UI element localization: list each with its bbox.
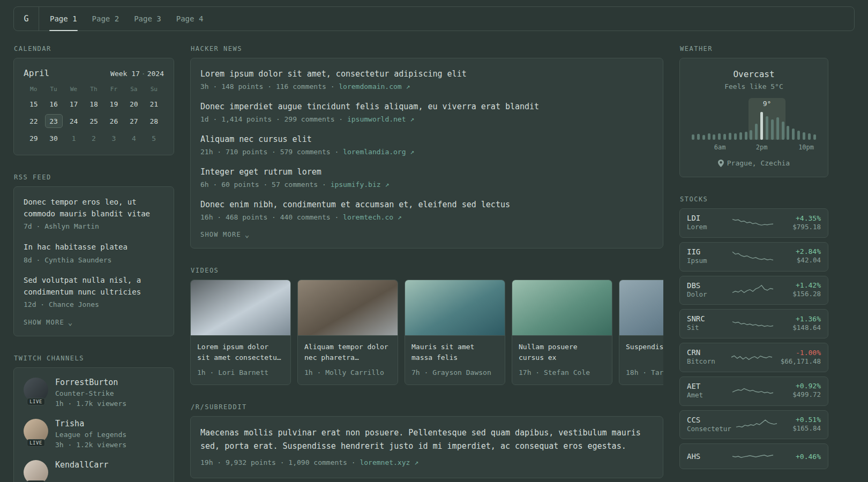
stock-change: +4.35% [782, 214, 821, 222]
hn-item-domain-link[interactable]: loremdomain.com ↗ [339, 82, 410, 91]
hn-item-domain-link[interactable]: loremtech.co ↗ [343, 213, 402, 221]
stock-sparkline [732, 317, 774, 332]
video-body: Nullam posuere cursus ex 17h · Stefan Co… [512, 336, 612, 385]
stock-left: DBS Dolor [687, 281, 723, 300]
page-tab[interactable]: Page 1 [42, 7, 85, 31]
channel-name: KendallCarr [55, 460, 108, 470]
stock-sparkline [732, 249, 774, 264]
stock-right: +4.35% $795.18 [782, 214, 821, 232]
weather-time-label: 6am [714, 144, 726, 151]
rss-item: In hac habitasse platea 8d · Cynthia Sau… [24, 242, 164, 265]
stock-sparkline [732, 283, 774, 298]
calendar-days: 1516171819202122232425262728293012345 [24, 97, 164, 145]
video-card[interactable]: Lorem ipsum dolor sit amet consectetu… 1… [190, 280, 291, 385]
hn-item-meta: 21h · 710 points · 579 comments · loreml… [200, 147, 653, 157]
hn-item-title[interactable]: Lorem ipsum dolor sit amet, consectetur … [200, 68, 653, 80]
video-card[interactable]: Suspendisse diam 18h · Tara [619, 280, 663, 385]
hn-item-title[interactable]: Donec enim nibh, condimentum et accumsan… [200, 199, 653, 211]
stock-price: $66,171.48 [781, 357, 821, 367]
page-tab[interactable]: Page 3 [126, 7, 169, 31]
stock-row[interactable]: SNRC Sit +1.36% $148.64 [679, 309, 828, 338]
app-logo[interactable]: G [14, 7, 39, 31]
weather-bar [797, 131, 800, 140]
stock-row[interactable]: AHS +0.46% [679, 443, 828, 469]
hn-item-domain-link[interactable]: ipsumify.biz ↗ [331, 180, 390, 189]
twitch-channel[interactable]: LIVE Trisha League of Legends 3h · 1.2k … [24, 419, 164, 450]
video-thumbnail [405, 280, 505, 336]
weather-bar [760, 112, 763, 140]
hn-item-meta-text: 6h · 60 points · 57 comments · [200, 180, 331, 189]
twitch-channel[interactable]: LIVE KendallCarr [24, 460, 164, 482]
stock-ticker: DBS [687, 281, 723, 290]
hn-item-title[interactable]: Donec imperdiet augue tincidunt felis al… [200, 101, 653, 113]
weather-location: Prague, Czechia [689, 159, 819, 167]
calendar-day: 23 [45, 114, 63, 128]
calendar-day-header: Tu [43, 86, 63, 93]
avatar [24, 460, 48, 482]
calendar-day: 28 [145, 114, 163, 128]
live-badge: LIVE [27, 439, 45, 447]
stock-price: $156.28 [782, 289, 821, 299]
avatar-wrap: LIVE [24, 460, 48, 482]
rss-item-title[interactable]: Donec tempor eros leo, ut commodo mauris… [24, 197, 164, 220]
stock-row[interactable]: DBS Dolor +1.42% $156.28 [679, 276, 828, 305]
twitch-channel[interactable]: LIVE ForrestBurton Counter-Strike 1h · 1… [24, 378, 164, 409]
rss-show-more-button[interactable]: SHOW MORE⌄ [24, 319, 164, 326]
weather-time-label: 2pm [756, 144, 768, 151]
weather-bar [745, 132, 747, 140]
stock-name: Lorem [687, 222, 723, 232]
stock-left: LDI Lorem [687, 214, 723, 232]
calendar-day-header: Sa [124, 86, 144, 93]
reddit-post-domain-link[interactable]: loremnet.xyz ↗ [360, 458, 418, 466]
hn-item-title[interactable]: Aliquam nec cursus elit [200, 133, 653, 146]
video-thumbnail [512, 280, 612, 336]
video-body: Aliquam tempor dolor nec pharetra… 1h · … [298, 336, 398, 385]
stock-sparkline [732, 449, 774, 464]
rss-item-title[interactable]: In hac habitasse platea [24, 242, 164, 253]
stock-row[interactable]: IIG Ipsum +2.84% $42.04 [679, 242, 828, 272]
videos-widget: Lorem ipsum dolor sit amet consectetu… 1… [190, 280, 663, 385]
page-tab[interactable]: Page 2 [85, 7, 127, 31]
weather-bar [813, 134, 816, 140]
calendar-month: April [24, 68, 49, 78]
stock-row[interactable]: CCS Consectetur +0.51% $165.84 [679, 410, 828, 440]
video-body: Lorem ipsum dolor sit amet consectetu… 1… [191, 336, 290, 385]
calendar-day-header: Fr [104, 86, 124, 93]
stocks-section-title: STOCKS [680, 195, 828, 203]
video-card[interactable]: Mauris sit amet massa felis 7h · Grayson… [405, 280, 505, 385]
reddit-post-title[interactable]: Maecenas mollis pulvinar erat non posuer… [200, 426, 653, 453]
rss-item-title[interactable]: Sed volutpat nulla nisl, a condimentum n… [24, 275, 164, 298]
weather-bar [771, 119, 774, 140]
right-column: WEATHER Overcast Feels like 5°C 9° 6am2p… [679, 31, 828, 473]
page-tab[interactable]: Page 4 [169, 7, 211, 31]
stock-right: +0.46% [782, 453, 821, 461]
stock-left: AHS [687, 452, 723, 461]
stock-price: $795.18 [782, 222, 821, 232]
stock-ticker: SNRC [687, 314, 723, 323]
stock-change: +1.42% [782, 281, 821, 289]
rss-widget: Donec tempor eros leo, ut commodo mauris… [13, 186, 174, 336]
avatar-wrap: LIVE [24, 378, 48, 402]
stock-row[interactable]: AET Amet +0.92% $499.72 [679, 376, 828, 406]
stock-row[interactable]: CRN Bitcorn -1.00% $66,171.48 [679, 343, 828, 372]
weather-time-labels: 6am2pm10pm [689, 144, 819, 152]
calendar-day: 21 [145, 97, 163, 111]
channel-name: Trisha [55, 419, 126, 428]
hn-item-domain-link[interactable]: ipsumworld.net ↗ [347, 115, 414, 123]
hn-item-domain-link[interactable]: loremlandia.org ↗ [343, 148, 414, 156]
weather-bars [692, 98, 816, 140]
hn-item-title[interactable]: Integer eget rutrum lorem [200, 166, 653, 178]
video-card[interactable]: Aliquam tempor dolor nec pharetra… 1h · … [297, 280, 398, 385]
hn-show-more-button[interactable]: SHOW MORE⌄ [200, 231, 653, 238]
video-card[interactable]: Nullam posuere cursus ex 17h · Stefan Co… [512, 280, 612, 385]
stock-sparkline [732, 383, 774, 398]
calendar-day: 2 [85, 131, 102, 145]
twitch-widget: LIVE ForrestBurton Counter-Strike 1h · 1… [13, 367, 174, 482]
stock-left: AET Amet [687, 382, 723, 401]
stock-ticker: IIG [687, 247, 723, 256]
stock-name: Consectetur [687, 424, 731, 434]
stock-right: +1.36% $148.64 [782, 315, 821, 333]
stock-row[interactable]: LDI Lorem +4.35% $795.18 [679, 208, 828, 238]
weather-bar [692, 134, 694, 140]
calendar-day: 15 [25, 97, 42, 111]
